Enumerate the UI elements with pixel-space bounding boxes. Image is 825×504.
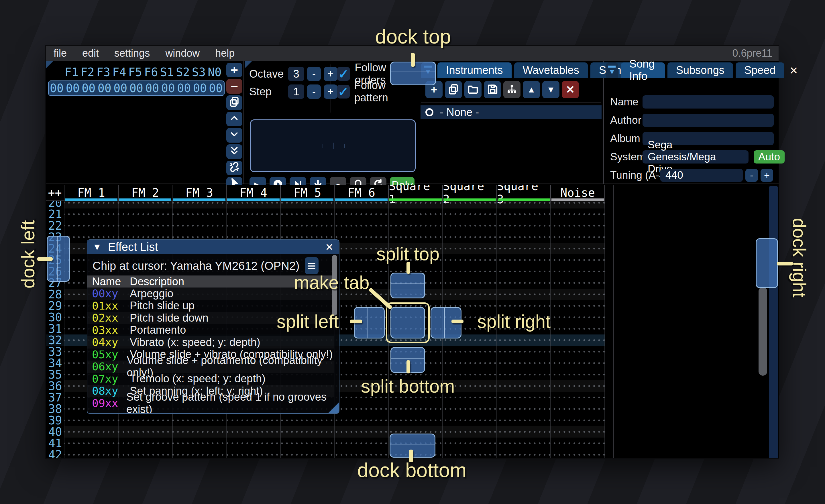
order-cell[interactable]: 00 bbox=[176, 82, 192, 95]
order-duplicate-end-button[interactable] bbox=[226, 144, 242, 159]
order-cell[interactable]: 00 bbox=[112, 82, 129, 95]
menu-item[interactable]: edit bbox=[74, 46, 106, 61]
pattern-row[interactable]: 21 bbox=[46, 208, 605, 220]
name-label: Name bbox=[610, 96, 639, 108]
step-value[interactable]: 1 bbox=[288, 84, 304, 99]
channel-header[interactable]: FM 4 bbox=[227, 185, 281, 200]
octave-decrease-button[interactable]: - bbox=[307, 67, 321, 81]
system-auto-button[interactable]: Auto bbox=[754, 150, 784, 164]
tuning-field[interactable]: 440 bbox=[660, 169, 743, 182]
pattern-row[interactable]: 40 bbox=[46, 426, 605, 437]
split-target-top[interactable] bbox=[390, 273, 425, 299]
asset-tab[interactable]: Instruments bbox=[437, 63, 512, 78]
channel-color-bar bbox=[173, 198, 225, 201]
orders-channel-label: F5 bbox=[127, 66, 143, 79]
order-move-up-button[interactable] bbox=[226, 112, 242, 126]
author-field[interactable] bbox=[643, 114, 774, 127]
order-cell[interactable]: 00 bbox=[96, 82, 112, 95]
song-tab[interactable]: Speed bbox=[736, 63, 784, 78]
order-duplicate-button[interactable] bbox=[226, 95, 242, 110]
dock-target-right[interactable] bbox=[756, 238, 778, 288]
name-field[interactable] bbox=[643, 95, 774, 108]
delete-instrument-button[interactable]: ✕ bbox=[562, 81, 579, 98]
open-instrument-button[interactable] bbox=[464, 81, 481, 98]
asset-tab[interactable]: Wavetables bbox=[514, 63, 588, 78]
step-decrease-button[interactable]: - bbox=[307, 84, 321, 99]
expand-all-button[interactable]: ++ bbox=[46, 185, 64, 200]
follow-orders-checkbox[interactable]: ✓ bbox=[337, 67, 350, 81]
move-instrument-up-button[interactable]: ▲ bbox=[523, 81, 540, 98]
song-tab[interactable]: Song Info bbox=[621, 63, 665, 78]
tree-hierarchy-icon bbox=[506, 83, 518, 96]
octave-label: Octave bbox=[249, 68, 288, 80]
duplicate-instrument-button[interactable] bbox=[445, 81, 462, 98]
channel-header[interactable]: Noise bbox=[551, 185, 605, 200]
octave-increase-button[interactable]: + bbox=[324, 67, 338, 81]
order-move-down-button[interactable] bbox=[226, 128, 242, 143]
effect-list-titlebar[interactable]: ▼ Effect List × bbox=[87, 240, 339, 254]
order-cell[interactable]: 00 bbox=[160, 82, 176, 95]
instrument-type-tree-button[interactable] bbox=[503, 81, 521, 98]
tab-list-popup-button[interactable]: ▼ bbox=[606, 63, 618, 78]
pattern-frame-line bbox=[613, 185, 614, 458]
window-resize-grip[interactable] bbox=[328, 402, 339, 413]
instrument-list-item-none[interactable]: - None - bbox=[421, 105, 602, 119]
effect-description: Pitch slide up bbox=[130, 300, 195, 312]
channel-header[interactable]: FM 1 bbox=[64, 185, 119, 200]
menu-item[interactable]: window bbox=[158, 46, 207, 61]
channel-color-bar bbox=[119, 198, 171, 201]
pattern-row[interactable]: 22 bbox=[46, 220, 605, 231]
order-cell[interactable]: 00 bbox=[144, 82, 160, 95]
channel-header[interactable]: Square 1 bbox=[389, 185, 443, 200]
save-instrument-button[interactable] bbox=[484, 81, 501, 98]
close-panel-button[interactable]: × bbox=[787, 63, 801, 78]
channel-header[interactable]: Square 3 bbox=[497, 185, 551, 200]
pattern-row[interactable]: 42 bbox=[46, 449, 605, 458]
channel-header[interactable]: FM 2 bbox=[119, 185, 173, 200]
song-tab[interactable]: Subsongs bbox=[667, 63, 733, 78]
pattern-row[interactable]: 41 bbox=[46, 437, 605, 449]
channel-header[interactable]: FM 5 bbox=[281, 185, 335, 200]
order-cell[interactable]: 00 bbox=[81, 82, 97, 95]
tuning-increase-button[interactable]: + bbox=[761, 169, 773, 182]
channel-color-bar bbox=[551, 198, 604, 201]
name-column-header: Name bbox=[92, 275, 130, 288]
channel-name: FM 2 bbox=[132, 186, 159, 199]
move-instrument-down-button[interactable]: ▼ bbox=[542, 81, 559, 98]
pattern-row[interactable]: 39 bbox=[46, 415, 605, 426]
channel-color-bar bbox=[443, 198, 496, 201]
broken-link-icon bbox=[229, 161, 240, 175]
order-add-button[interactable]: + bbox=[226, 63, 242, 77]
system-select[interactable]: Sega Genesis/Mega Drive bbox=[643, 150, 749, 164]
channel-header[interactable]: FM 6 bbox=[334, 185, 389, 200]
effect-list-menu-button[interactable]: ≡ bbox=[305, 257, 318, 274]
menu-item[interactable]: help bbox=[207, 46, 242, 61]
channel-name: FM 1 bbox=[77, 186, 105, 199]
row-number: 21 bbox=[46, 208, 64, 220]
panel-corner-decoration bbox=[46, 61, 53, 69]
menu-item[interactable]: settings bbox=[106, 46, 158, 61]
pattern-scrollbar-track[interactable] bbox=[769, 186, 778, 458]
effect-code: 07xy bbox=[92, 372, 130, 385]
author-label: Author bbox=[610, 114, 642, 126]
orders-selected-row[interactable]: 00 00000000000000000000 bbox=[48, 80, 225, 96]
orders-toolbar: + − bbox=[226, 63, 243, 191]
follow-pattern-checkbox[interactable]: ✓ bbox=[337, 85, 350, 98]
channel-header[interactable]: Square 2 bbox=[443, 185, 497, 200]
pattern-scrollbar-thumb[interactable] bbox=[759, 287, 767, 376]
collapse-window-icon[interactable]: ▼ bbox=[92, 242, 102, 252]
tuning-decrease-button[interactable]: - bbox=[745, 169, 758, 182]
chevron-up-icon bbox=[229, 112, 240, 126]
octave-value[interactable]: 3 bbox=[288, 67, 304, 81]
channel-header[interactable]: FM 3 bbox=[172, 185, 227, 200]
effect-table: 00xy Arpeggio 01xx Pitch slide up 02xx P… bbox=[87, 287, 334, 409]
order-cell[interactable]: 00 bbox=[128, 82, 144, 95]
step-increase-button[interactable]: + bbox=[324, 84, 338, 99]
order-cell[interactable]: 00 bbox=[65, 82, 81, 95]
close-effect-list-button[interactable]: × bbox=[320, 239, 339, 255]
order-remove-button[interactable]: − bbox=[226, 79, 242, 94]
order-cell[interactable]: 00 bbox=[208, 82, 224, 95]
menu-item[interactable]: file bbox=[46, 46, 74, 61]
order-cell[interactable]: 00 bbox=[192, 82, 208, 95]
order-deep-clone-button[interactable] bbox=[226, 161, 242, 175]
